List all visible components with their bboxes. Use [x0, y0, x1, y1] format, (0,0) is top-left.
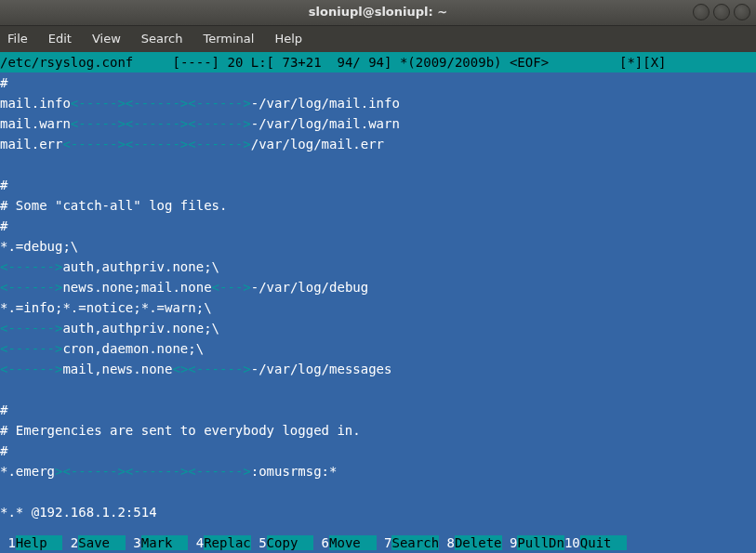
- editor-line: mail.info<-----><------><------>-/var/lo…: [0, 93, 756, 113]
- fkey-replace[interactable]: 4Replac: [188, 533, 250, 553]
- fkey-search[interactable]: 7Search: [377, 533, 439, 553]
- editor-line: *.=debug;\: [0, 236, 756, 257]
- titlebar: sloniupl@sloniupl: ~: [0, 0, 756, 26]
- fkey-mark[interactable]: 3Mark: [126, 533, 188, 553]
- terminal[interactable]: /etc/rsyslog.conf [----] 20 L:[ 73+21 94…: [0, 52, 756, 553]
- status-charset: *(2009/2009b): [400, 55, 502, 70]
- status-col: 20 L:[ 73+21 94/ 94]: [227, 55, 391, 70]
- menu-search[interactable]: Search: [141, 30, 183, 48]
- status-file: /etc/rsyslog.conf: [0, 55, 133, 70]
- editor-line: #: [0, 400, 756, 420]
- editor-line: *.* @192.168.1.2:514: [0, 502, 756, 522]
- fkey-help[interactable]: 1Help: [0, 533, 62, 553]
- editor-line: <------>mail,news.none<><------>-/var/lo…: [0, 359, 756, 379]
- window-frame: sloniupl@sloniupl: ~ File Edit View Sear…: [0, 0, 756, 553]
- editor-status-line: /etc/rsyslog.conf [----] 20 L:[ 73+21 94…: [0, 52, 756, 72]
- status-tail: [*][X]: [619, 55, 667, 70]
- editor-line: mail.warn<-----><------><------>-/var/lo…: [0, 113, 756, 134]
- minimize-icon[interactable]: [693, 4, 710, 20]
- editor-line: #: [0, 72, 756, 93]
- editor-line: # Some "catch-all" log files.: [0, 195, 756, 216]
- fkey-pulldown[interactable]: 9PullDn: [502, 533, 564, 553]
- editor-line: <------>news.none;mail.none<--->-/var/lo…: [0, 277, 756, 297]
- editor-line: [0, 481, 756, 502]
- editor-line: #: [0, 175, 756, 195]
- editor-line: mail.err<------><------><------>/var/log…: [0, 134, 756, 154]
- editor-line: #: [0, 441, 756, 461]
- editor-body: # mail.info<-----><------><------>-/var/…: [0, 72, 756, 522]
- editor-line: <------>auth,authpriv.none;\: [0, 318, 756, 338]
- fkey-move[interactable]: 6Move: [313, 533, 376, 553]
- window-controls: [693, 4, 750, 20]
- menu-file[interactable]: File: [7, 30, 28, 48]
- window-title: sloniupl@sloniupl: ~: [309, 3, 447, 21]
- fkey-copy[interactable]: 5Copy: [251, 533, 313, 553]
- fkey-save[interactable]: 2Save: [62, 533, 125, 553]
- editor-fkey-bar: 1Help 2Save 3Mark 4Replac 5Copy 6Move 7S…: [0, 533, 756, 553]
- status-eof: <EOF>: [510, 55, 549, 70]
- editor-line: <------>cron,daemon.none;\: [0, 338, 756, 359]
- editor-line: [0, 154, 756, 175]
- maximize-icon[interactable]: [713, 4, 730, 20]
- editor-line: *.emerg><------><------><------>:omusrms…: [0, 461, 756, 481]
- editor-line: <------>auth,authpriv.none;\: [0, 257, 756, 277]
- editor-line: *.=info;*.=notice;*.=warn;\: [0, 297, 756, 318]
- editor-line: #: [0, 216, 756, 236]
- menu-terminal[interactable]: Terminal: [203, 30, 254, 48]
- editor-line: # Emergencies are sent to everybody logg…: [0, 420, 756, 441]
- fkey-quit[interactable]: 10Quit: [564, 533, 627, 553]
- menu-help[interactable]: Help: [274, 30, 302, 48]
- fkey-delete[interactable]: 8Delete: [439, 533, 501, 553]
- status-flags: [----]: [172, 55, 219, 70]
- close-icon[interactable]: [734, 4, 750, 20]
- editor-line: [0, 379, 756, 400]
- menu-edit[interactable]: Edit: [48, 30, 72, 48]
- menubar: File Edit View Search Terminal Help: [0, 26, 756, 52]
- menu-view[interactable]: View: [92, 30, 121, 48]
